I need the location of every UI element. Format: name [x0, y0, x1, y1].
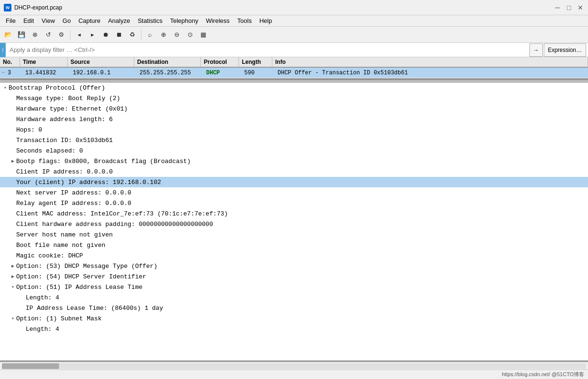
expand-icon[interactable]: ▾: [2, 85, 9, 91]
list-item[interactable]: Transaction ID: 0x5103db61: [0, 135, 588, 145]
filter-apply-button[interactable]: →: [529, 43, 543, 57]
scroll-thumb[interactable]: [2, 363, 59, 369]
menu-item-wireless[interactable]: Wireless: [202, 16, 233, 25]
detail-text: Length: 4: [26, 294, 59, 301]
filter-icon: |: [0, 43, 6, 57]
list-item[interactable]: Relay agent IP address: 0.0.0.0: [0, 198, 588, 208]
list-item[interactable]: ▶Bootp flags: 0x8000, Broadcast flag (Br…: [0, 156, 588, 166]
expand-icon[interactable]: ▶: [10, 274, 16, 279]
list-item[interactable]: Length: 4: [0, 324, 588, 334]
list-item[interactable]: Hops: 0: [0, 124, 588, 135]
save-toolbar-button[interactable]: 💾: [15, 29, 28, 41]
no-expand-icon: [19, 327, 26, 332]
col-header-source[interactable]: Source: [68, 57, 134, 67]
options-toolbar-button[interactable]: ⚙: [55, 29, 68, 41]
bottom-scrollbar[interactable]: [0, 362, 588, 369]
list-item[interactable]: ▾Bootstrap Protocol (Offer): [0, 82, 588, 93]
menu-item-telephony[interactable]: Telephony: [166, 16, 202, 25]
filter-input[interactable]: [6, 43, 529, 57]
expand-icon[interactable]: ▾: [10, 284, 16, 290]
list-item[interactable]: ▶Option: (54) DHCP Server Identifier: [0, 271, 588, 282]
packet-length: 590: [242, 70, 276, 76]
col-header-time[interactable]: Time: [20, 57, 68, 67]
no-expand-icon: [10, 96, 16, 101]
packet-list-header: No. Time Source Destination Protocol Len…: [0, 57, 588, 68]
no-expand-icon: [10, 148, 16, 154]
detail-text: Transaction ID: 0x5103db61: [16, 137, 113, 144]
toolbar: 📂💾⊗↺⚙◂▸⏺⏹♻⌕⊕⊖⊙▦: [0, 27, 588, 43]
menu-item-statistics[interactable]: Statistics: [134, 16, 166, 25]
list-item[interactable]: Client IP address: 0.0.0.0: [0, 166, 588, 177]
expand-icon[interactable]: ▶: [10, 263, 16, 269]
maximize-button[interactable]: □: [565, 4, 573, 11]
list-item[interactable]: ▾Option: (51) IP Address Lease Time: [0, 282, 588, 292]
list-item[interactable]: Message type: Boot Reply (2): [0, 93, 588, 103]
menu-item-help[interactable]: Help: [256, 16, 276, 25]
list-item[interactable]: Seconds elapsed: 0: [0, 145, 588, 156]
find-packet-toolbar-button[interactable]: ⌕: [144, 29, 156, 41]
no-expand-icon: [10, 253, 16, 258]
expand-icon[interactable]: ▾: [10, 316, 16, 321]
reload-toolbar-button[interactable]: ↺: [42, 29, 54, 41]
col-header-info[interactable]: Info: [272, 57, 588, 67]
packet-list: ─ 3 13.441832 192.168.0.1 255.255.255.25…: [0, 68, 588, 80]
colorize-toolbar-button[interactable]: ▦: [197, 29, 209, 41]
col-header-length[interactable]: Length: [239, 57, 272, 67]
window-title: DHCP-export.pcap: [14, 4, 554, 11]
list-item[interactable]: IP Address Lease Time: (86400s) 1 day: [0, 303, 588, 313]
zoom-normal-toolbar-button[interactable]: ⊙: [184, 29, 196, 41]
menu-item-file[interactable]: File: [2, 16, 20, 25]
col-header-destination[interactable]: Destination: [134, 57, 201, 67]
packet-protocol: DHCP: [204, 70, 242, 76]
minimize-button[interactable]: ─: [554, 4, 561, 11]
expression-button[interactable]: Expression…: [544, 43, 586, 57]
close-file-toolbar-button[interactable]: ⊗: [29, 29, 41, 41]
detail-text: Option: (1) Subnet Mask: [16, 315, 101, 322]
detail-text: Message type: Boot Reply (2): [16, 95, 120, 102]
col-header-no[interactable]: No.: [0, 57, 20, 67]
zoom-in-toolbar-button[interactable]: ⊕: [157, 29, 169, 41]
list-item[interactable]: Magic cookie: DHCP: [0, 250, 588, 261]
menu-item-go[interactable]: Go: [59, 16, 74, 25]
list-item[interactable]: Server host name not given: [0, 229, 588, 240]
no-expand-icon: [10, 117, 16, 122]
menu-item-analyze[interactable]: Analyze: [104, 16, 134, 25]
detail-text: IP Address Lease Time: (86400s) 1 day: [26, 305, 163, 312]
table-row[interactable]: ─ 3 13.441832 192.168.0.1 255.255.255.25…: [0, 68, 588, 78]
open-toolbar-button[interactable]: 📂: [2, 29, 14, 41]
detail-text: Relay agent IP address: 0.0.0.0: [16, 200, 131, 207]
titlebar: W DHCP-export.pcap ─ □ ✕: [0, 0, 588, 15]
col-header-protocol[interactable]: Protocol: [201, 57, 239, 67]
no-expand-icon: [19, 306, 26, 311]
menu-item-tools[interactable]: Tools: [233, 16, 255, 25]
menu-item-edit[interactable]: Edit: [20, 16, 38, 25]
list-item[interactable]: Next server IP address: 0.0.0.0: [0, 187, 588, 198]
list-item[interactable]: Your (client) IP address: 192.168.0.102: [0, 177, 588, 187]
list-item[interactable]: Length: 4: [0, 292, 588, 303]
detail-text: Option: (54) DHCP Server Identifier: [16, 273, 146, 280]
list-item[interactable]: ▶Option: (53) DHCP Message Type (Offer): [0, 261, 588, 271]
back-toolbar-button[interactable]: ◂: [73, 29, 85, 41]
menu-item-capture[interactable]: Capture: [75, 16, 104, 25]
stop-capture-toolbar-button[interactable]: ⏹: [113, 29, 125, 41]
menu-item-view[interactable]: View: [38, 16, 59, 25]
list-item[interactable]: Boot file name not given: [0, 240, 588, 250]
list-item[interactable]: Hardware address length: 6: [0, 114, 588, 124]
detail-text: Next server IP address: 0.0.0.0: [16, 189, 131, 196]
toolbar-separator: [141, 30, 141, 40]
no-expand-icon: [10, 169, 16, 174]
close-button[interactable]: ✕: [577, 4, 584, 11]
no-expand-icon: [10, 243, 16, 248]
list-item[interactable]: Client MAC address: IntelCor_7e:ef:73 (7…: [0, 208, 588, 219]
expand-icon[interactable]: ▶: [10, 158, 16, 164]
list-item[interactable]: Hardware type: Ethernet (0x01): [0, 103, 588, 114]
scroll-track[interactable]: [2, 363, 586, 369]
list-item[interactable]: Client hardware address padding: 0000000…: [0, 219, 588, 229]
restart-capture-toolbar-button[interactable]: ♻: [126, 29, 139, 41]
zoom-out-toolbar-button[interactable]: ⊖: [170, 29, 183, 41]
detail-text: Your (client) IP address: 192.168.0.102: [16, 179, 161, 186]
start-capture-toolbar-button[interactable]: ⏺: [100, 29, 112, 41]
list-item[interactable]: ▾Option: (1) Subnet Mask: [0, 313, 588, 324]
forward-toolbar-button[interactable]: ▸: [86, 29, 99, 41]
no-expand-icon: [10, 190, 16, 195]
